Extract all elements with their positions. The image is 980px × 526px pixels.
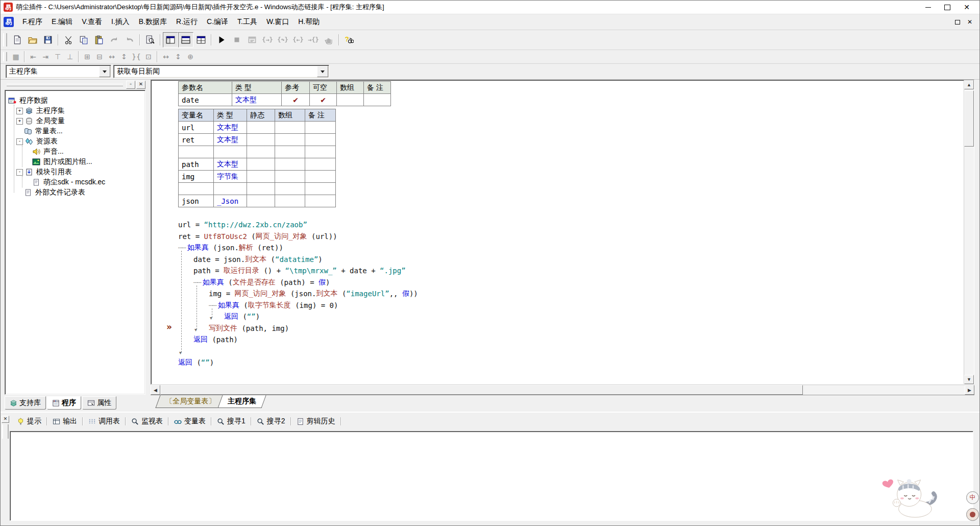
mdi-restore-button[interactable]: [952, 17, 963, 27]
code-line[interactable]: 写到文件 (path, img): [151, 323, 963, 334]
code-line[interactable]: ┄┄如果真 (取字节集长度 (img) = 0): [151, 300, 963, 312]
help-find-button[interactable]: ?: [341, 32, 357, 47]
toolbar-grip[interactable]: [3, 52, 7, 61]
table-cell[interactable]: 文本型: [232, 94, 282, 106]
output-drag-grip[interactable]: [2, 424, 9, 439]
table-cell[interactable]: date: [179, 94, 232, 106]
output-tab-变量表[interactable]: 变量表: [170, 415, 210, 427]
menu-item-工具[interactable]: T.工具: [233, 16, 262, 28]
table-row[interactable]: [179, 146, 336, 158]
panel-tab-支持库[interactable]: 支持库: [5, 396, 46, 410]
table-cell[interactable]: ret: [179, 134, 214, 146]
panel-drag-grip[interactable]: [7, 84, 123, 86]
table-cell[interactable]: [247, 134, 275, 146]
output-tab-监视表[interactable]: 监视表: [127, 415, 167, 427]
save-file-button[interactable]: [40, 32, 56, 47]
table-cell[interactable]: 文本型: [214, 122, 247, 134]
table-cell[interactable]: img: [179, 171, 214, 183]
copy-button[interactable]: [76, 32, 91, 47]
panel-dock-button[interactable]: ▫: [126, 81, 135, 89]
vertical-scroll-thumb[interactable]: [964, 90, 974, 147]
table-cell[interactable]: [305, 146, 336, 158]
code-line[interactable]: ret = Utf8ToUsc2 (网页_访问_对象 (url)): [151, 231, 963, 243]
code-line[interactable]: 返回 (“”): [151, 311, 963, 323]
code-line[interactable]: url = “http://dwz.2xb.cn/zaob”: [151, 219, 963, 231]
table-row[interactable]: json_Json: [179, 195, 336, 207]
output-content[interactable]: [10, 431, 973, 521]
table-cell[interactable]: [275, 171, 305, 183]
menu-item-运行[interactable]: R.运行: [172, 16, 202, 28]
table-cell[interactable]: [247, 146, 275, 158]
tree-item-主程序集[interactable]: +主程序集: [5, 106, 145, 116]
table-cell[interactable]: [305, 171, 336, 183]
output-close-button[interactable]: ✕: [2, 416, 9, 423]
table-cell[interactable]: ✔: [282, 94, 310, 106]
table-row[interactable]: img字节集: [179, 171, 336, 183]
table-cell[interactable]: [275, 195, 305, 207]
table-cell[interactable]: [247, 183, 275, 195]
table-cell[interactable]: [179, 183, 214, 195]
layout-grid-button[interactable]: [193, 32, 209, 47]
document-tab-main-assembly[interactable]: 主程序集: [217, 395, 266, 408]
horizontal-scroll-thumb[interactable]: [160, 385, 803, 395]
table-row[interactable]: date文本型✔✔: [179, 94, 391, 106]
layout-left-pane-button[interactable]: [163, 32, 178, 47]
output-tab-输出[interactable]: 输出: [48, 415, 81, 427]
output-tab-剪辑历史[interactable]: 剪辑历史: [292, 415, 339, 427]
table-row[interactable]: ret文本型: [179, 134, 336, 146]
table-cell[interactable]: [214, 146, 247, 158]
code-line[interactable]: path = 取运行目录 () + “\tmp\mrxw_” + date + …: [151, 265, 963, 277]
minimize-button[interactable]: [918, 2, 938, 13]
toolbar-grip[interactable]: [3, 33, 7, 47]
output-tab-搜寻1[interactable]: 搜寻1: [213, 415, 250, 427]
tree-expander[interactable]: +: [16, 108, 23, 114]
table-cell[interactable]: [247, 122, 275, 134]
code-line[interactable]: 返回 (“”): [151, 357, 963, 369]
table-cell[interactable]: [275, 122, 305, 134]
run-button[interactable]: [214, 32, 229, 47]
code-line[interactable]: img = 网页_访问_对象 (json.到文本 (“imageUrl”,, 假…: [151, 288, 963, 300]
code-editor[interactable]: 参数名类 型参考可空数组备 注date文本型✔✔ 变量名类 型静态数组备 注ur…: [151, 80, 974, 385]
method-dropdown-button[interactable]: [317, 66, 328, 77]
maximize-button[interactable]: [938, 2, 957, 13]
layout-bottom-pane-button[interactable]: [178, 32, 193, 47]
menu-item-数据库[interactable]: B.数据库: [134, 16, 172, 28]
code-block[interactable]: url = “http://dwz.2xb.cn/zaob”ret = Utf8…: [151, 219, 963, 369]
document-tab-global-vars[interactable]: 〔全局变量表〕: [155, 395, 225, 408]
code-line[interactable]: ┄┄如果真 (json.解析 (ret)): [151, 242, 963, 254]
tree-item-模块引用表[interactable]: -模块引用表: [5, 167, 145, 177]
table-cell[interactable]: 文本型: [214, 158, 247, 171]
table-cell[interactable]: [305, 183, 336, 195]
method-combobox[interactable]: 获取每日新闻: [113, 65, 329, 78]
menu-item-窗口[interactable]: W.窗口: [262, 16, 293, 28]
table-row[interactable]: path文本型: [179, 158, 336, 171]
table-cell[interactable]: [275, 158, 305, 171]
table-cell[interactable]: ✔: [310, 94, 337, 106]
table-cell[interactable]: [275, 183, 305, 195]
tree-item-萌尘sdkmcsdkec[interactable]: 萌尘sdk - mcsdk.ec: [5, 177, 145, 187]
tree-item-图片或图片组[interactable]: 图片或图片组...: [5, 157, 145, 167]
menu-item-编辑[interactable]: E.编辑: [47, 16, 77, 28]
table-cell[interactable]: [179, 146, 214, 158]
mdi-close-button[interactable]: ✕: [964, 17, 975, 27]
cut-button[interactable]: [61, 32, 76, 47]
table-cell[interactable]: [364, 94, 391, 106]
horizontal-scrollbar[interactable]: ◀ ▶: [151, 385, 974, 395]
menu-item-查看[interactable]: V.查看: [77, 16, 107, 28]
table-cell[interactable]: [247, 195, 275, 207]
table-row[interactable]: [179, 183, 336, 195]
tree-item-程序数据[interactable]: 程序数据: [5, 95, 145, 106]
table-cell[interactable]: [275, 134, 305, 146]
table-cell[interactable]: 文本型: [214, 134, 247, 146]
menu-item-插入[interactable]: I.插入: [107, 16, 134, 28]
table-row[interactable]: url文本型: [179, 122, 336, 134]
table-cell[interactable]: [305, 134, 336, 146]
table-cell[interactable]: [247, 158, 275, 171]
close-button[interactable]: ✕: [957, 2, 976, 13]
scroll-down-button[interactable]: ▼: [964, 375, 974, 384]
tree-expander[interactable]: +: [16, 118, 23, 125]
code-line[interactable]: [151, 346, 963, 357]
assembly-combobox[interactable]: 主程序集: [6, 65, 111, 78]
menu-item-编译[interactable]: C.编译: [202, 16, 233, 28]
new-file-button[interactable]: [10, 32, 25, 47]
